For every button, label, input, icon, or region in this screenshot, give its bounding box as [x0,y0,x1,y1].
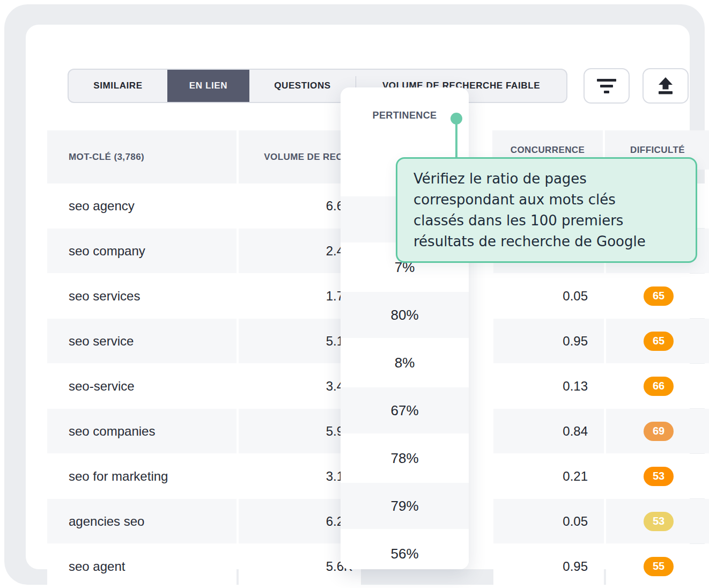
concurrence-cell: 0.95 [493,544,604,588]
app-container: SIMILAIRE EN LIEN QUESTIONS VOLUME DE RE… [4,4,705,585]
column-header-keyword[interactable]: MOT-CLÉ (3,786) [47,130,237,183]
page-background: SIMILAIRE EN LIEN QUESTIONS VOLUME DE RE… [0,0,709,588]
keyword-cell: seo services [47,274,237,318]
tooltip-connector-line [455,119,457,158]
difficulty-cell: 65 [606,274,709,318]
keyword-cell: seo for marketing [47,454,237,498]
export-button[interactable] [642,68,689,104]
difficulty-badge: 66 [644,377,674,396]
tab-en-lien[interactable]: EN LIEN [167,70,249,102]
tooltip-text-line: classés dans les 100 premiers [413,210,680,231]
difficulty-badge: 65 [644,286,674,306]
difficulty-badge: 53 [644,467,674,486]
pertinence-cell: 78% [341,435,469,481]
difficulty-cell: 53 [606,454,709,498]
tab-similaire[interactable]: SIMILAIRE [69,70,167,102]
concurrence-cell: 0.05 [493,274,604,318]
tab-bar: SIMILAIRE EN LIEN QUESTIONS VOLUME DE RE… [68,69,567,103]
difficulty-cell: 65 [606,319,709,363]
concurrence-cell: 0.05 [493,499,604,543]
keyword-cell: seo agent [47,544,237,588]
keyword-cell: agencies seo [47,499,237,543]
concurrence-cell: 0.21 [493,454,604,498]
tooltip-connector-dot [450,113,462,124]
difficulty-cell: 53 [606,499,709,543]
keyword-cell: seo service [47,319,237,363]
difficulty-badge: 53 [644,512,674,531]
pertinence-cell: 79% [341,483,469,529]
pertinence-cell: 56% [341,531,469,569]
keyword-cell: seo company [47,229,237,273]
tooltip-text-line: résultats de recherche de Google [413,231,680,252]
pertinence-cell: 67% [341,387,469,433]
keyword-cell: seo agency [47,183,237,228]
column-header-pertinence[interactable]: PERTINENCE [341,110,469,121]
difficulty-badge: 65 [644,332,674,351]
keyword-cell: seo companies [47,409,237,453]
pertinence-cell: 8% [341,340,469,386]
concurrence-cell: 0.84 [493,409,604,453]
upload-icon [656,76,675,95]
concurrence-cell: 0.13 [493,364,604,408]
tab-questions[interactable]: QUESTIONS [249,70,356,102]
difficulty-cell: 69 [606,409,709,453]
difficulty-cell: 66 [606,364,709,408]
difficulty-badge: 69 [644,422,674,441]
concurrence-cell: 0.95 [493,319,604,363]
filter-button[interactable] [584,68,630,104]
difficulty-cell: 55 [606,544,709,588]
tooltip-text-line: correspondant aux mots clés [413,189,680,210]
pertinence-cell: 80% [341,292,469,338]
tooltip-text-line: Vérifiez le ratio de pages [413,168,680,189]
keyword-cell: seo-service [47,364,237,408]
filter-lines-icon [597,79,616,93]
difficulty-badge: 55 [644,557,674,576]
pertinence-tooltip: Vérifiez le ratio de pages correspondant… [396,157,697,263]
